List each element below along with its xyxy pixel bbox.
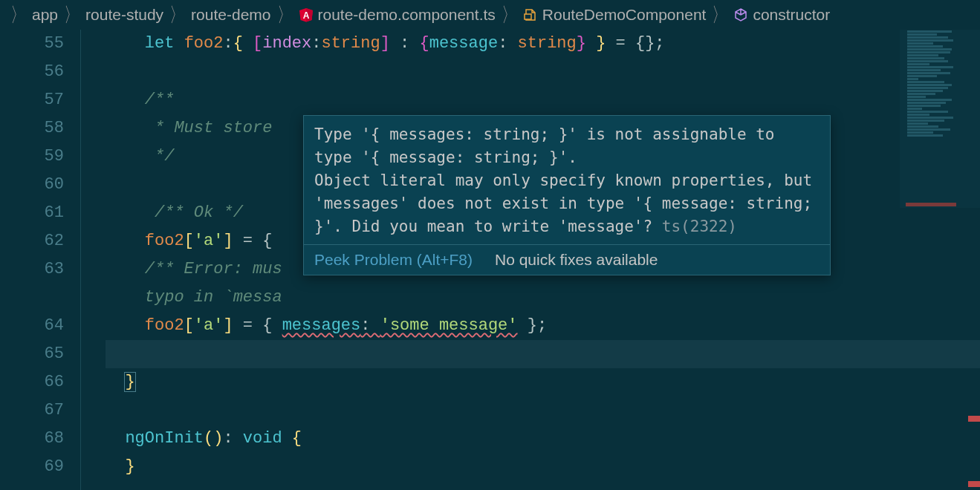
- overview-error-marker: [968, 416, 980, 422]
- code-line-current[interactable]: [106, 340, 980, 368]
- svg-rect-3: [525, 14, 531, 19]
- peek-problem-link[interactable]: Peek Problem (Alt+F8): [314, 251, 473, 269]
- breadcrumb-segment-file[interactable]: A route-demo.component.ts: [299, 6, 496, 24]
- line-number: 61: [0, 199, 64, 227]
- angular-icon: A: [299, 7, 314, 22]
- code-line[interactable]: /**: [106, 86, 980, 114]
- breadcrumb-segment-app[interactable]: app: [32, 6, 58, 24]
- line-number: 58: [0, 114, 64, 143]
- code-line[interactable]: [106, 58, 980, 86]
- chevron-right-icon: 〉: [277, 1, 293, 28]
- breadcrumb-segment-class[interactable]: RouteDemoComponent: [523, 6, 707, 24]
- chevron-right-icon: 〉: [169, 1, 185, 28]
- class-icon: [523, 7, 538, 22]
- error-token-messages[interactable]: messages: [282, 316, 361, 335]
- minimap-error-marker: [906, 203, 956, 206]
- code-line[interactable]: }: [106, 368, 980, 396]
- line-number: 55: [0, 30, 64, 58]
- error-message: Type '{ messages: string; }' is not assi…: [304, 116, 830, 244]
- line-number: 59: [0, 143, 64, 171]
- no-quick-fixes-label: No quick fixes available: [495, 251, 658, 269]
- line-number: 68: [0, 425, 64, 453]
- line-number: 63: [0, 255, 64, 284]
- line-number: 60: [0, 171, 64, 199]
- chevron-right-icon: 〉: [64, 1, 79, 28]
- line-number: 56: [0, 58, 64, 86]
- line-number-gutter: 55 56 57 58 59 60 61 62 63 64 65 66 67 6…: [0, 30, 80, 490]
- chevron-right-icon: 〉: [10, 1, 26, 28]
- breadcrumb-segment-method[interactable]: constructor: [733, 6, 830, 24]
- minimap[interactable]: [900, 30, 980, 208]
- code-line[interactable]: typo in `messa: [106, 284, 980, 312]
- line-number: 64: [0, 312, 64, 340]
- chevron-right-icon: 〉: [502, 1, 517, 28]
- breadcrumb-segment-route-demo[interactable]: route-demo: [191, 6, 270, 24]
- code-line[interactable]: ngOnInit(): void {: [106, 425, 980, 453]
- line-number: 66: [0, 368, 64, 396]
- line-number: [0, 284, 64, 312]
- code-line-error[interactable]: foo2['a'] = { messages: 'some message' }…: [106, 312, 980, 340]
- code-line[interactable]: let foo2:{ [index:string] : {message: st…: [106, 30, 980, 58]
- error-code: ts(2322): [662, 218, 737, 235]
- fold-ruler: [80, 30, 98, 490]
- breadcrumb-segment-route-study[interactable]: route-study: [85, 6, 163, 24]
- code-line[interactable]: [106, 396, 980, 425]
- line-number: 67: [0, 396, 64, 425]
- line-number: 57: [0, 86, 64, 114]
- code-line[interactable]: }: [106, 453, 980, 481]
- breadcrumb: 〉 app 〉 route-study 〉 route-demo 〉 A rou…: [0, 0, 980, 30]
- hover-actions: Peek Problem (Alt+F8) No quick fixes ava…: [304, 244, 830, 275]
- svg-text:A: A: [302, 10, 309, 21]
- line-number: 69: [0, 453, 64, 481]
- chevron-right-icon: 〉: [712, 1, 727, 28]
- method-icon: [733, 7, 748, 22]
- line-number: 65: [0, 340, 64, 368]
- line-number: 62: [0, 227, 64, 255]
- error-hover-tooltip: Type '{ messages: string; }' is not assi…: [303, 115, 831, 275]
- overview-error-marker: [968, 481, 980, 487]
